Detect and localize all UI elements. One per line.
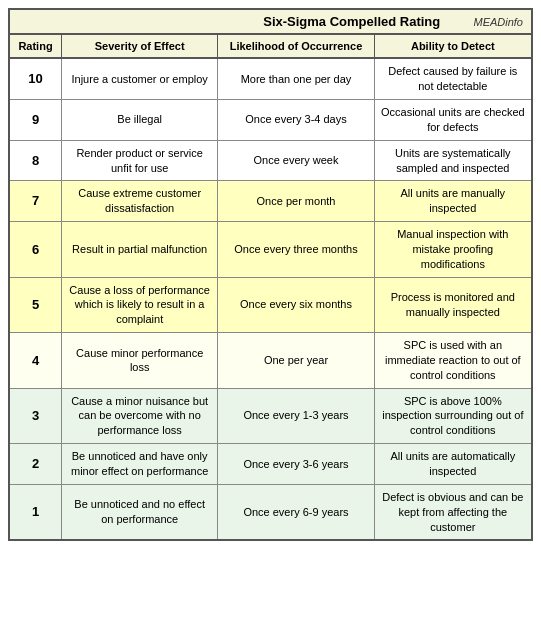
table-row: 4 Cause minor performance loss One per y…: [10, 333, 531, 389]
cell-likelihood: One per year: [218, 333, 374, 388]
cell-likelihood: Once every six months: [218, 278, 374, 333]
cell-rating: 7: [10, 181, 62, 221]
brand-label: MEADinfo: [463, 16, 523, 28]
cell-rating: 6: [10, 222, 62, 277]
cell-detect: Occasional units are checked for defects: [375, 100, 531, 140]
cell-detect: Defect caused by failure is not detectab…: [375, 59, 531, 99]
cell-rating: 3: [10, 389, 62, 444]
table-row: 5 Cause a loss of performance which is l…: [10, 278, 531, 334]
cell-rating: 4: [10, 333, 62, 388]
table-row: 9 Be illegal Once every 3-4 days Occasio…: [10, 100, 531, 141]
cell-rating: 1: [10, 485, 62, 540]
cell-likelihood: More than one per day: [218, 59, 374, 99]
cell-rating: 5: [10, 278, 62, 333]
cell-rating: 10: [10, 59, 62, 99]
cell-detect: Process is monitored and manually inspec…: [375, 278, 531, 333]
cell-severity: Be illegal: [62, 100, 218, 140]
cell-severity: Cause a minor nuisance but can be overco…: [62, 389, 218, 444]
cell-severity: Be unnoticed and no effect on performanc…: [62, 485, 218, 540]
cell-likelihood: Once per month: [218, 181, 374, 221]
cell-rating: 8: [10, 141, 62, 181]
header-row: Rating Severity of Effect Likelihood of …: [10, 35, 531, 59]
cell-detect: Units are systematically sampled and ins…: [375, 141, 531, 181]
cell-severity: Be unnoticed and have only minor effect …: [62, 444, 218, 484]
table-row: 6 Result in partial malfunction Once eve…: [10, 222, 531, 278]
col-header-detect: Ability to Detect: [375, 35, 531, 57]
title-row: Six-Sigma Compelled Rating MEADinfo: [10, 10, 531, 35]
cell-detect: SPC is used with an immediate reaction t…: [375, 333, 531, 388]
table-title: Six-Sigma Compelled Rating: [241, 14, 464, 29]
table-row: 1 Be unnoticed and no effect on performa…: [10, 485, 531, 540]
cell-severity: Injure a customer or employ: [62, 59, 218, 99]
cell-rating: 9: [10, 100, 62, 140]
cell-detect: Defect is obvious and can be kept from a…: [375, 485, 531, 540]
table-body: 10 Injure a customer or employ More than…: [10, 59, 531, 539]
col-header-rating: Rating: [10, 35, 62, 57]
cell-severity: Cause extreme customer dissatisfaction: [62, 181, 218, 221]
cell-rating: 2: [10, 444, 62, 484]
cell-detect: Manual inspection with mistake proofing …: [375, 222, 531, 277]
cell-likelihood: Once every 6-9 years: [218, 485, 374, 540]
cell-likelihood: Once every 1-3 years: [218, 389, 374, 444]
col-header-severity: Severity of Effect: [62, 35, 218, 57]
cell-detect: SPC is above 100% inspection surrounding…: [375, 389, 531, 444]
cell-severity: Result in partial malfunction: [62, 222, 218, 277]
cell-severity: Cause minor performance loss: [62, 333, 218, 388]
cell-severity: Cause a loss of performance which is lik…: [62, 278, 218, 333]
col-header-likelihood: Likelihood of Occurrence: [218, 35, 374, 57]
table-row: 7 Cause extreme customer dissatisfaction…: [10, 181, 531, 222]
cell-detect: All units are manually inspected: [375, 181, 531, 221]
table-wrapper: Six-Sigma Compelled Rating MEADinfo Rati…: [8, 8, 533, 541]
table-row: 8 Render product or service unfit for us…: [10, 141, 531, 182]
cell-detect: All units are automatically inspected: [375, 444, 531, 484]
cell-likelihood: Once every 3-4 days: [218, 100, 374, 140]
table-row: 10 Injure a customer or employ More than…: [10, 59, 531, 100]
cell-likelihood: Once every three months: [218, 222, 374, 277]
cell-likelihood: Once every week: [218, 141, 374, 181]
cell-severity: Render product or service unfit for use: [62, 141, 218, 181]
table-row: 2 Be unnoticed and have only minor effec…: [10, 444, 531, 485]
table-row: 3 Cause a minor nuisance but can be over…: [10, 389, 531, 445]
cell-likelihood: Once every 3-6 years: [218, 444, 374, 484]
